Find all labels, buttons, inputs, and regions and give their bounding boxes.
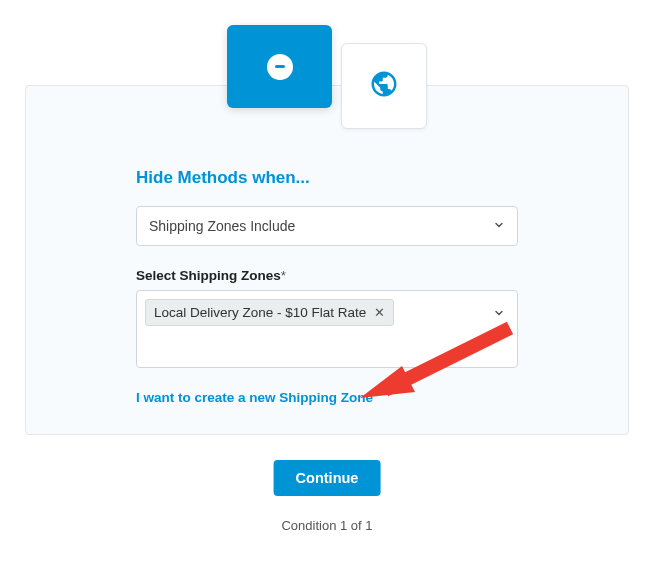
shipping-zones-input[interactable]: Local Delivery Zone - $10 Flat Rate ✕ [136, 290, 518, 368]
create-shipping-zone-link[interactable]: I want to create a new Shipping Zone [136, 390, 373, 405]
globe-card [341, 43, 427, 129]
chevron-down-icon [493, 218, 505, 234]
selected-zone-tag: Local Delivery Zone - $10 Flat Rate ✕ [145, 299, 394, 326]
minus-circle-icon [267, 54, 293, 80]
minus-card [227, 25, 332, 108]
selected-zone-label: Local Delivery Zone - $10 Flat Rate [154, 305, 366, 320]
condition-type-select[interactable]: Shipping Zones Include [136, 206, 518, 246]
zones-label-text: Select Shipping Zones [136, 268, 281, 283]
chevron-down-icon[interactable] [493, 305, 505, 323]
condition-icon-stack [227, 25, 427, 135]
continue-button[interactable]: Continue [274, 460, 381, 496]
condition-panel: Hide Methods when... Shipping Zones Incl… [25, 85, 629, 435]
zones-label: Select Shipping Zones* [136, 268, 518, 283]
condition-type-value: Shipping Zones Include [149, 218, 295, 234]
condition-counter: Condition 1 of 1 [281, 518, 372, 533]
panel-heading: Hide Methods when... [136, 168, 518, 188]
required-asterisk: * [281, 268, 286, 283]
remove-tag-icon[interactable]: ✕ [374, 306, 385, 319]
globe-icon [369, 69, 399, 103]
